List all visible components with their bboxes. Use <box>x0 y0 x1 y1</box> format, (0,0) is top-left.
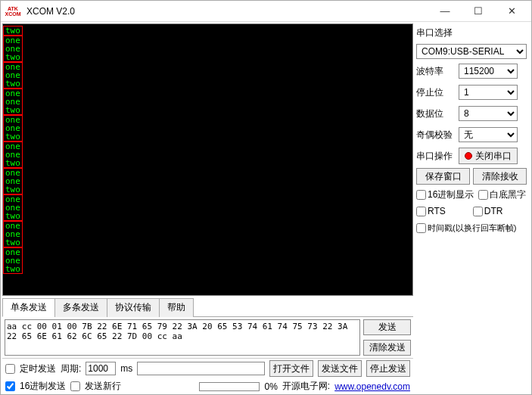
parity-label: 奇偶校验 <box>416 129 454 142</box>
parity-select[interactable]: 无 <box>459 127 518 142</box>
timed-send-checkbox[interactable] <box>5 364 15 374</box>
tab-multi-send[interactable]: 多条发送 <box>54 298 107 317</box>
open-file-button[interactable]: 打开文件 <box>269 360 313 377</box>
timestamp-checkbox[interactable] <box>416 223 426 233</box>
close-port-button[interactable]: 关闭串口 <box>459 148 518 164</box>
send-newline-checkbox[interactable] <box>70 381 80 391</box>
period-label: 周期: <box>61 362 81 375</box>
timed-send-label: 定时发送 <box>20 362 56 375</box>
hex-send-checkbox[interactable] <box>5 381 15 391</box>
op-label: 串口操作 <box>416 150 454 163</box>
stop-send-button[interactable]: 停止发送 <box>366 360 410 377</box>
stopbit-select[interactable]: 1 <box>459 85 518 100</box>
send-file-button[interactable]: 发送文件 <box>318 360 362 377</box>
window-title: XCOM V2.0 <box>26 6 75 17</box>
rts-checkbox[interactable] <box>416 207 426 216</box>
send-input[interactable]: aa cc 00 01 00 7B 22 6E 71 65 79 22 3A 2… <box>5 319 360 356</box>
period-input[interactable] <box>86 362 116 375</box>
footer-link[interactable]: www.openedv.com <box>334 381 410 392</box>
footer-text: 开源电子网: <box>282 380 330 393</box>
port-select-label: 串口选择 <box>416 26 527 39</box>
terminal-output[interactable]: twooneonetwooneonetwooneonetwooneonetwoo… <box>2 23 413 296</box>
port-select[interactable]: COM9:USB-SERIAL <box>416 44 527 59</box>
baud-label: 波特率 <box>416 65 454 78</box>
close-button[interactable]: ✕ <box>495 1 528 22</box>
send-button[interactable]: 发送 <box>363 319 411 335</box>
titlebar: ATKXCOM XCOM V2.0 — ☐ ✕ <box>1 1 531 22</box>
app-logo: ATKXCOM <box>4 5 22 18</box>
record-icon <box>465 152 472 160</box>
tab-protocol[interactable]: 协议传输 <box>107 298 160 317</box>
hex-display-checkbox[interactable] <box>416 190 426 200</box>
send-tabs: 单条发送 多条发送 协议传输 帮助 <box>2 297 413 317</box>
baud-select[interactable]: 115200 <box>459 64 518 79</box>
file-path-input[interactable] <box>137 362 265 375</box>
period-unit: ms <box>120 363 132 374</box>
tab-single-send[interactable]: 单条发送 <box>2 298 55 317</box>
progress-text: 0% <box>264 381 277 392</box>
databit-select[interactable]: 8 <box>459 106 518 121</box>
progress-bar <box>199 382 260 391</box>
tab-help[interactable]: 帮助 <box>159 298 194 317</box>
white-black-checkbox[interactable] <box>478 190 488 200</box>
maximize-button[interactable]: ☐ <box>462 1 495 22</box>
dtr-checkbox[interactable] <box>473 207 483 216</box>
minimize-button[interactable]: — <box>428 1 462 22</box>
clear-recv-button[interactable]: 清除接收 <box>473 168 527 185</box>
data-label: 数据位 <box>416 107 454 120</box>
clear-send-button[interactable]: 清除发送 <box>363 340 411 356</box>
side-panel: 串口选择 COM9:USB-SERIAL 波特率115200 停止位1 数据位8… <box>416 23 530 394</box>
send-newline-label: 发送新行 <box>85 380 121 393</box>
hex-send-label: 16进制发送 <box>20 380 66 393</box>
save-window-button[interactable]: 保存窗口 <box>416 168 470 185</box>
stop-label: 停止位 <box>416 86 454 99</box>
